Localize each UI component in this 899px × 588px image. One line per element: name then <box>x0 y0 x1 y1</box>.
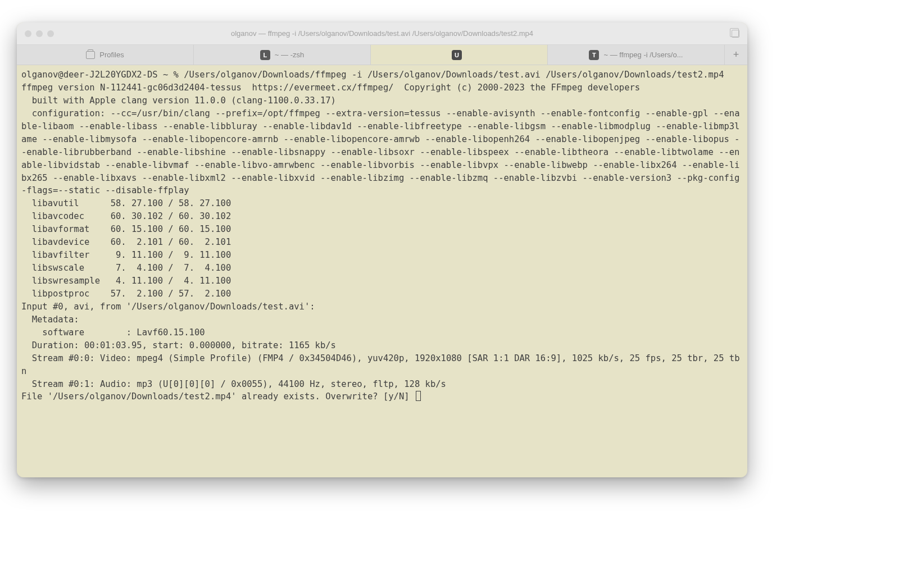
lib-line: libswscale 7. 4.100 / 7. 4.100 <box>21 263 231 273</box>
overwrite-prompt: File '/Users/olganov/Downloads/test2.mp4… <box>21 391 415 402</box>
terminal-content[interactable]: olganov@deer-J2L20YGDX2-DS ~ % /Users/ol… <box>17 65 747 477</box>
tab-badge-icon: T <box>589 50 599 60</box>
lib-line: libavutil 58. 27.100 / 58. 27.100 <box>21 198 231 208</box>
tab-bar: Profiles L ~ — -zsh U T ~ — ffmpeg -i /U… <box>17 45 747 65</box>
input-header: Input #0, avi, from '/Users/olganov/Down… <box>21 302 315 312</box>
tab-active[interactable]: U <box>371 45 548 65</box>
terminal-window: olganov — ffmpeg -i /Users/olganov/Downl… <box>17 22 747 477</box>
stream-video: Stream #0:0: Video: mpeg4 (Simple Profil… <box>21 353 739 376</box>
tab-zsh[interactable]: L ~ — -zsh <box>194 45 371 65</box>
window-title: olganov — ffmpeg -i /Users/olganov/Downl… <box>17 29 747 38</box>
traffic-lights <box>25 30 54 37</box>
zoom-button[interactable] <box>47 30 54 37</box>
minimize-button[interactable] <box>36 30 43 37</box>
new-tab-button[interactable]: + <box>725 45 747 65</box>
lib-line: libavfilter 9. 11.100 / 9. 11.100 <box>21 250 231 260</box>
config-line: configuration: --cc=/usr/bin/clang --pre… <box>21 108 739 196</box>
lib-line: libswresample 4. 11.100 / 4. 11.100 <box>21 276 231 286</box>
tab-ffmpeg[interactable]: T ~ — ffmpeg -i /Users/o... <box>548 45 725 65</box>
clone-window-icon[interactable] <box>732 30 739 38</box>
lib-line: libavdevice 60. 2.101 / 60. 2.101 <box>21 237 231 247</box>
built-line: built with Apple clang version 11.0.0 (c… <box>21 95 336 106</box>
tab-badge-icon: U <box>452 50 462 60</box>
profiles-icon <box>86 51 95 59</box>
duration-line: Duration: 00:01:03.95, start: 0.000000, … <box>21 340 336 350</box>
prompt-line: olganov@deer-J2L20YGDX2-DS ~ % /Users/ol… <box>21 70 724 80</box>
profiles-tab[interactable]: Profiles <box>17 45 194 65</box>
cursor-icon <box>416 391 421 401</box>
stream-audio: Stream #0:1: Audio: mp3 (U[0][0][0] / 0x… <box>21 379 446 389</box>
tab-badge-icon: L <box>260 50 270 60</box>
titlebar[interactable]: olganov — ffmpeg -i /Users/olganov/Downl… <box>17 22 747 45</box>
close-button[interactable] <box>25 30 31 37</box>
tab-label: ~ — ffmpeg -i /Users/o... <box>603 51 683 59</box>
tab-label: ~ — -zsh <box>275 51 304 59</box>
lib-line: libavcodec 60. 30.102 / 60. 30.102 <box>21 211 231 221</box>
profiles-label: Profiles <box>99 51 124 59</box>
metadata-software: software : Lavf60.15.100 <box>21 327 205 338</box>
metadata-label: Metadata: <box>21 314 79 325</box>
lib-line: libpostproc 57. 2.100 / 57. 2.100 <box>21 289 231 299</box>
version-line: ffmpeg version N-112441-gc06d3d2404-tess… <box>21 83 640 93</box>
lib-line: libavformat 60. 15.100 / 60. 15.100 <box>21 224 231 234</box>
